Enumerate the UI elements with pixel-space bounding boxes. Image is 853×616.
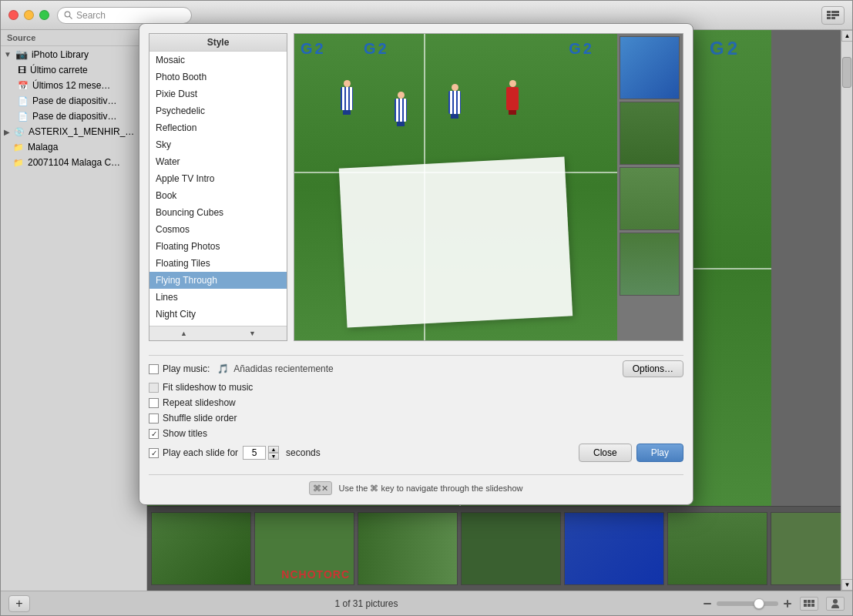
strip-thumb-6[interactable] <box>667 512 767 585</box>
style-item-floating-tiles[interactable]: Floating Tiles <box>149 255 287 272</box>
sidebar-item-ultimo-carrete[interactable]: 🎞 Último carrete <box>1 62 146 78</box>
svg-rect-13 <box>804 600 807 603</box>
style-list-container: Style Mosaic Photo Booth Pixie Dust Psyc… <box>149 33 287 341</box>
g2-logo-3: G2 <box>710 38 740 59</box>
style-item-pixie-dust[interactable]: Pixie Dust <box>149 85 287 102</box>
music-name: Añadidas recientemente <box>233 363 333 374</box>
sidebar-header: Source <box>1 30 146 46</box>
spinner-arrows: ▲ ▼ <box>268 446 279 460</box>
preview-thumb-1[interactable] <box>620 36 680 99</box>
play-music-checkbox[interactable] <box>149 364 159 374</box>
folder-icon-1: 📁 <box>13 142 24 152</box>
close-button[interactable]: Close <box>579 444 632 462</box>
zoom-controls <box>703 599 792 608</box>
zoom-slider[interactable] <box>717 601 778 606</box>
cmd-symbol: ⌘✕ <box>313 484 328 494</box>
fit-slideshow-checkbox[interactable] <box>149 383 159 393</box>
close-button[interactable] <box>8 10 18 20</box>
style-list-scroll[interactable]: Mosaic Photo Booth Pixie Dust Psychedeli… <box>149 52 287 326</box>
show-titles-text: Show titles <box>163 428 207 439</box>
shuffle-label[interactable]: Shuffle slide order <box>149 413 237 424</box>
strip-thumb-4[interactable] <box>461 512 561 585</box>
style-item-floating-photos[interactable]: Floating Photos <box>149 238 287 255</box>
search-input-label: Search <box>76 10 106 21</box>
scroll-up-arrow[interactable]: ▲ <box>841 30 852 42</box>
preview-paper-overlay <box>339 157 573 328</box>
strip-thumb-3[interactable] <box>358 512 458 585</box>
svg-rect-6 <box>831 14 835 16</box>
preview-g2-3: G2 <box>569 40 594 58</box>
spinner-up-arrow[interactable]: ▲ <box>268 446 279 453</box>
scroll-down-arrow[interactable]: ▼ <box>841 579 852 591</box>
search-bar[interactable]: Search <box>57 7 192 24</box>
style-item-photo-booth[interactable]: Photo Booth <box>149 69 287 85</box>
preview-player-1 <box>341 80 353 115</box>
style-item-psychedelic[interactable]: Psychedelic <box>149 102 287 119</box>
preview-thumb-2[interactable] <box>620 102 680 165</box>
zoom-button[interactable] <box>39 10 49 20</box>
fit-slideshow-label[interactable]: Fit slideshow to music <box>149 382 253 393</box>
style-item-lines[interactable]: Lines <box>149 289 287 306</box>
sidebar-item-ultimos-12[interactable]: 📅 Últimos 12 mese… <box>1 78 146 93</box>
scroll-track[interactable] <box>841 42 852 579</box>
strip-thumb-2[interactable]: NCHOTORC <box>254 512 354 585</box>
style-item-mosaic[interactable]: Mosaic <box>149 52 287 69</box>
list-scroll-up-button[interactable]: ▲ <box>149 326 218 340</box>
style-item-reflection[interactable]: Reflection <box>149 119 287 136</box>
preview-thumb-4[interactable] <box>620 233 680 296</box>
shuffle-row: Shuffle slide order <box>149 413 683 424</box>
spinner-down-arrow[interactable]: ▼ <box>268 453 279 460</box>
grid-view-icon[interactable] <box>800 597 818 611</box>
seconds-input[interactable] <box>243 446 266 460</box>
strip-thumb-1[interactable] <box>151 512 251 585</box>
style-item-book[interactable]: Book <box>149 187 287 204</box>
preview-player-2 <box>395 92 407 126</box>
minimize-button[interactable] <box>24 10 34 20</box>
seconds-text: seconds <box>286 447 321 458</box>
style-item-bouncing-cubes[interactable]: Bouncing Cubes <box>149 204 287 221</box>
sidebar-item-iphoto-library[interactable]: ▼ 📷 iPhoto Library <box>1 46 146 62</box>
person-icon[interactable] <box>826 597 845 611</box>
options-separator <box>149 355 683 356</box>
preview-soccer-field: G2 G2 G2 <box>294 34 617 340</box>
style-item-night-city[interactable]: Night City <box>149 306 287 323</box>
style-item-water[interactable]: Water <box>149 153 287 170</box>
status-bar: + 1 of 31 pictures <box>1 591 852 615</box>
style-item-sky[interactable]: Sky <box>149 136 287 153</box>
show-titles-checkbox[interactable] <box>149 429 159 439</box>
seconds-spinner: ▲ ▼ <box>243 446 279 460</box>
preview-thumb-3[interactable] <box>620 167 680 230</box>
repeat-checkbox[interactable] <box>149 398 159 408</box>
sidebar-item-asterix[interactable]: ▶ 💿 ASTERIX_1_MENHIR_… <box>1 124 146 139</box>
repeat-label[interactable]: Repeat slideshow <box>149 397 236 408</box>
svg-rect-12 <box>787 600 788 608</box>
show-titles-label[interactable]: Show titles <box>149 428 207 439</box>
style-item-cosmos[interactable]: Cosmos <box>149 221 287 238</box>
play-button[interactable]: Play <box>636 444 683 462</box>
view-options-button[interactable] <box>821 6 845 25</box>
repeat-text: Repeat slideshow <box>163 397 236 408</box>
play-music-label[interactable]: Play music: <box>149 363 210 374</box>
svg-rect-5 <box>827 14 831 16</box>
sidebar-item-malaga-c[interactable]: 📁 20071104 Malaga C… <box>1 155 146 170</box>
sidebar-item-label: Malaga <box>28 142 58 152</box>
scroll-thumb[interactable] <box>842 57 851 88</box>
sidebar-item-pase-2[interactable]: 📄 Pase de diapositiv… <box>1 109 146 124</box>
zoom-in-icon[interactable] <box>783 599 792 608</box>
add-button[interactable]: + <box>8 595 30 612</box>
list-scroll-down-button[interactable]: ▼ <box>218 326 287 340</box>
strip-thumb-7[interactable] <box>771 512 841 585</box>
options-button[interactable]: Options… <box>623 360 683 377</box>
play-each-checkbox[interactable] <box>149 448 159 458</box>
sidebar-item-malaga[interactable]: 📁 Malaga <box>1 139 146 155</box>
hint-text: Use the ⌘ key to navigate through the sl… <box>338 484 522 494</box>
shuffle-checkbox[interactable] <box>149 413 159 424</box>
strip-thumb-5[interactable] <box>564 512 664 585</box>
sidebar-item-pase-1[interactable]: 📄 Pase de diapositiv… <box>1 93 146 109</box>
svg-point-19 <box>833 599 838 604</box>
svg-point-0 <box>65 12 70 17</box>
style-item-flying-through[interactable]: Flying Through <box>149 272 287 289</box>
play-each-label[interactable]: Play each slide for <box>149 447 238 458</box>
zoom-out-icon[interactable] <box>703 599 712 608</box>
style-item-apple-tv-intro[interactable]: Apple TV Intro <box>149 170 287 187</box>
